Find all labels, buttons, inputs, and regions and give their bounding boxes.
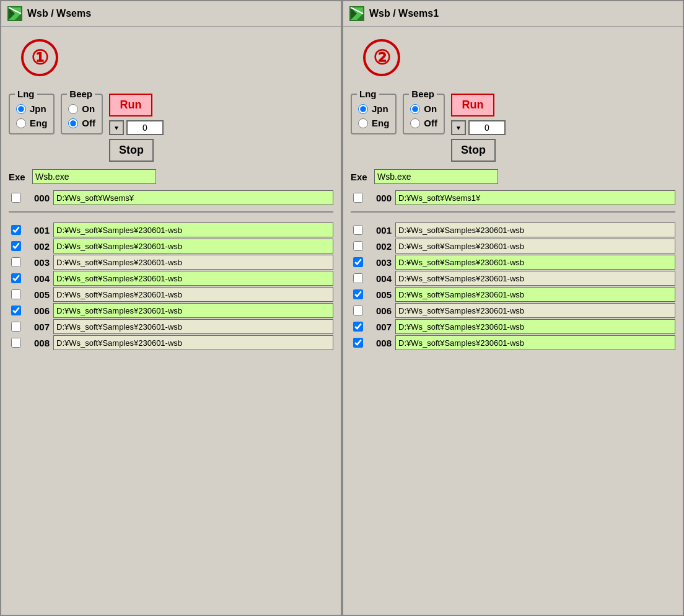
- checkbox-007-2[interactable]: [353, 322, 363, 332]
- exe-label-2: Exe: [351, 172, 369, 182]
- beep-off-radio-2[interactable]: [410, 118, 420, 128]
- path-input-007-2[interactable]: [395, 319, 675, 334]
- file-row-007-2: 007: [351, 319, 675, 334]
- path-input-004-1[interactable]: [53, 271, 333, 286]
- counter-input-2[interactable]: [468, 120, 506, 135]
- path-input-008-1[interactable]: [53, 335, 333, 350]
- window-content-1: ① Lng Jpn Eng Beep: [1, 27, 341, 615]
- lng-jpn-item-1[interactable]: Jpn: [16, 103, 47, 114]
- lng-eng-item-2[interactable]: Eng: [358, 118, 389, 128]
- check-cell-007-2: [351, 322, 366, 332]
- path-input-001-2[interactable]: [395, 222, 675, 237]
- check-cell-005-2: [351, 289, 366, 299]
- path-input-005-2[interactable]: [395, 287, 675, 302]
- beep-off-radio-1[interactable]: [68, 118, 78, 128]
- num-008-2: 008: [369, 338, 392, 348]
- lng-eng-label-1: Eng: [30, 118, 47, 128]
- checkbox-004-2[interactable]: [353, 273, 363, 283]
- checkbox-002-1[interactable]: [11, 241, 21, 251]
- checkbox-000-1[interactable]: [11, 193, 21, 203]
- checkbox-000-2[interactable]: [353, 193, 363, 203]
- window-2: Wsb / Wsems1 ② Lng Jpn Eng: [342, 0, 684, 616]
- checkbox-004-1[interactable]: [11, 273, 21, 283]
- run-button-1[interactable]: Run: [109, 94, 152, 117]
- file-row-001-2: 001: [351, 222, 675, 237]
- path-input-004-2[interactable]: [395, 271, 675, 286]
- lng-radio-group-1: Jpn Eng: [16, 103, 47, 128]
- beep-off-label-2: Off: [424, 118, 437, 128]
- stop-button-1[interactable]: Stop: [109, 139, 154, 162]
- exe-input-1[interactable]: [32, 169, 156, 184]
- checkbox-005-1[interactable]: [11, 289, 21, 299]
- dropdown-btn-2[interactable]: ▼: [451, 120, 466, 135]
- app-icon-1: [7, 6, 22, 21]
- lng-eng-radio-1[interactable]: [16, 118, 26, 128]
- checkbox-005-2[interactable]: [353, 289, 363, 299]
- beep-off-item-1[interactable]: Off: [68, 118, 95, 128]
- lng-jpn-item-2[interactable]: Jpn: [358, 103, 389, 114]
- beep-off-item-2[interactable]: Off: [410, 118, 437, 128]
- title-bar-2: Wsb / Wsems1: [343, 1, 683, 27]
- check-cell-006-2: [351, 306, 366, 315]
- beep-off-label-1: Off: [82, 118, 95, 128]
- path-input-005-1[interactable]: [53, 287, 333, 302]
- lng-eng-radio-2[interactable]: [358, 118, 368, 128]
- checkbox-001-1[interactable]: [11, 225, 21, 235]
- checkbox-006-1[interactable]: [11, 306, 21, 315]
- check-cell-003-2: [351, 257, 366, 267]
- title-bar-1: Wsb / Wsems: [1, 1, 341, 27]
- path-input-002-2[interactable]: [395, 239, 675, 253]
- file-list-1: 001 002 003 004: [9, 222, 333, 609]
- circle-1: ①: [21, 39, 58, 76]
- counter-input-1[interactable]: [126, 120, 164, 135]
- lng-eng-item-1[interactable]: Eng: [16, 118, 47, 128]
- path-input-007-1[interactable]: [53, 319, 333, 334]
- lng-group-2: Lng Jpn Eng: [351, 94, 397, 134]
- path000-row-2: 000: [351, 190, 675, 205]
- path-input-006-1[interactable]: [53, 303, 333, 318]
- window-1: Wsb / Wsems ① Lng Jpn Eng: [0, 0, 342, 616]
- file-row-005-2: 005: [351, 287, 675, 302]
- dropdown-btn-1[interactable]: ▼: [109, 120, 124, 135]
- exe-row-2: Exe: [351, 169, 675, 184]
- path-input-006-2[interactable]: [395, 303, 675, 318]
- checkbox-003-1[interactable]: [11, 257, 21, 267]
- path-input-000-1[interactable]: [53, 190, 333, 205]
- checkbox-002-2[interactable]: [353, 241, 363, 251]
- exe-input-2[interactable]: [374, 169, 498, 184]
- path-input-001-1[interactable]: [53, 222, 333, 237]
- path-input-003-1[interactable]: [53, 255, 333, 270]
- path-input-000-2[interactable]: [395, 190, 675, 205]
- num-003-1: 003: [27, 257, 50, 268]
- stop-button-2[interactable]: Stop: [451, 139, 496, 162]
- path-input-008-2[interactable]: [395, 335, 675, 350]
- lng-group-1: Lng Jpn Eng: [9, 94, 55, 134]
- file-row-007-1: 007: [9, 319, 333, 334]
- checkbox-007-1[interactable]: [11, 322, 21, 332]
- num-000-2: 000: [369, 193, 392, 203]
- lng-label-1: Lng: [15, 89, 37, 99]
- checkbox-008-2[interactable]: [353, 338, 363, 348]
- lng-jpn-radio-2[interactable]: [358, 104, 368, 114]
- check-cell-001-1: [9, 225, 24, 235]
- beep-on-radio-2[interactable]: [410, 104, 420, 114]
- controls-row-2: Lng Jpn Eng Beep: [351, 94, 675, 162]
- file-row-005-1: 005: [9, 287, 333, 302]
- window-title-1: Wsb / Wsems: [27, 8, 91, 19]
- check-cell-005-1: [9, 289, 24, 299]
- exe-label-1: Exe: [9, 172, 27, 182]
- beep-on-item-1[interactable]: On: [68, 103, 95, 114]
- path-input-003-2[interactable]: [395, 255, 675, 270]
- checkbox-006-2[interactable]: [353, 306, 363, 315]
- beep-on-item-2[interactable]: On: [410, 103, 437, 114]
- beep-on-radio-1[interactable]: [68, 104, 78, 114]
- num-005-2: 005: [369, 289, 392, 300]
- checkbox-001-2[interactable]: [353, 225, 363, 235]
- checkbox-003-2[interactable]: [353, 257, 363, 267]
- checkbox-008-1[interactable]: [11, 338, 21, 348]
- run-button-2[interactable]: Run: [451, 94, 494, 117]
- lng-jpn-radio-1[interactable]: [16, 104, 26, 114]
- beep-radio-group-2: On Off: [410, 103, 437, 128]
- num-002-2: 002: [369, 241, 392, 252]
- path-input-002-1[interactable]: [53, 239, 333, 253]
